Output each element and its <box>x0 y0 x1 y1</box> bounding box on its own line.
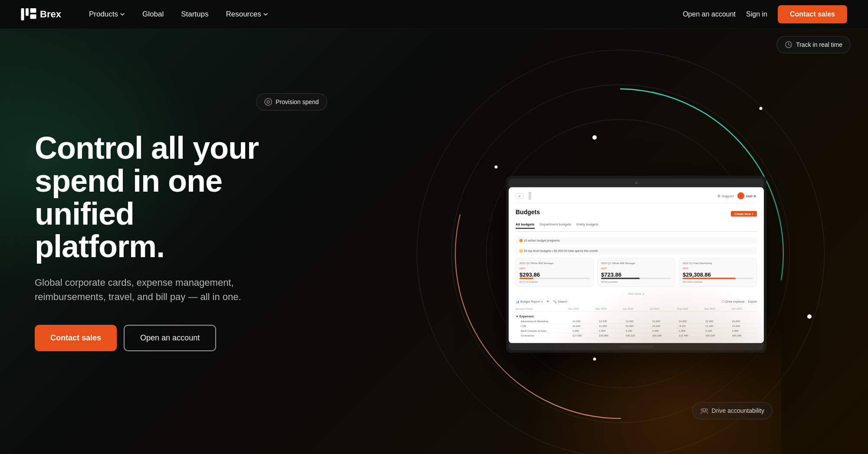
dot-5 <box>593 358 596 361</box>
logo[interactable]: Brex <box>21 8 61 20</box>
nav-global[interactable]: Global <box>135 7 171 22</box>
laptop-screen: ≡ ⚙ Su <box>509 187 764 343</box>
dashboard-avatar <box>737 193 744 199</box>
table-row-bank: Bank Charges & Fees 1,200 3,400 4,100 2,… <box>521 328 757 333</box>
nav-open-account[interactable]: Open an account <box>683 10 736 18</box>
laptop-stand <box>619 345 654 348</box>
logo-text: Brex <box>40 9 61 20</box>
table-row-adv: Advertising & Marketing 14,233 12,445 13… <box>521 319 757 323</box>
circles-container: ≡ ⚙ Su <box>425 59 816 449</box>
budget-table: Account Name Apr 2022 May 2022 Jun 2022 … <box>516 306 757 338</box>
dashboard-title: Budgets <box>516 209 540 216</box>
svg-rect-2 <box>30 8 36 13</box>
nav-startups[interactable]: Startups <box>174 7 215 22</box>
budget-card-3: 2022 Q1 Paid Advertising DEPT $29,308.86… <box>679 258 757 287</box>
tab-all-budgets[interactable]: All budgets <box>516 222 535 229</box>
drive-expense-toggle[interactable]: ☐ Drive expense <box>722 300 745 303</box>
table-row-lob: LOB 22,000 21,000 23,400 24,100 -6.1% 11… <box>521 323 757 328</box>
table-eye-icon[interactable]: 👁 <box>546 300 549 303</box>
dashboard: ≡ ⚙ Su <box>509 187 764 343</box>
table-header-row: Account Name Apr 2022 May 2022 Jun 2022 … <box>516 306 757 311</box>
hero-subtext: Global corporate cards, expense manageme… <box>35 275 243 304</box>
nav-signin[interactable]: Sign in <box>746 10 767 18</box>
budget-report-dropdown[interactable]: 📊 Budget Report ∨ <box>516 300 543 303</box>
export-button[interactable]: Export <box>748 300 757 303</box>
svg-rect-1 <box>26 8 29 16</box>
hero-headline: Control all your spend in one unified pl… <box>35 132 269 263</box>
nav-links: Products Global Startups Resources <box>82 7 683 22</box>
svg-point-9 <box>701 409 703 411</box>
budget-card-3-amount: $29,308.86 <box>683 271 753 278</box>
badge-provision-spend: Provision spend <box>256 93 327 111</box>
nav-products[interactable]: Products <box>82 7 132 22</box>
badge-track-real-time: Track in real time <box>776 36 851 53</box>
budget-card-2: 2022 Q1 Offsite MM Manager DEPT $723.86 … <box>597 258 675 287</box>
svg-rect-3 <box>30 14 36 19</box>
budget-card-1-amount: $293.86 <box>519 271 590 278</box>
budget-card-1: 2022 Q1 Offsite MM Manager DEPT $293.86 … <box>516 258 594 287</box>
dashboard-tabs: All budgets Department budgets Entity bu… <box>516 222 757 232</box>
svg-point-8 <box>705 409 707 411</box>
table-section-expenses: ▼ Expenses <box>516 313 757 319</box>
hero-section: Control all your spend in one unified pl… <box>0 0 868 454</box>
svg-rect-0 <box>21 8 24 20</box>
nav-contact-sales-button[interactable]: Contact sales <box>778 5 847 23</box>
table-header: 📊 Budget Report ∨ 👁 🔍 Search ☐ Drive exp… <box>516 300 757 303</box>
hero-buttons: Contact sales Open an account <box>35 325 269 351</box>
budget-cards: 2022 Q1 Offsite MM Manager DEPT $293.86 … <box>516 258 757 287</box>
budget-card-3-title: 2022 Q1 Paid Advertising <box>683 262 753 265</box>
budget-card-2-amount: $723.86 <box>601 271 671 278</box>
hero-open-account-button[interactable]: Open an account <box>124 325 216 351</box>
tab-dept-budgets[interactable]: Department budgets <box>540 222 572 229</box>
create-now-button[interactable]: Create New + <box>731 211 757 216</box>
badge-drive-accountability: Drive accountability <box>692 402 773 419</box>
hero-visual: ≡ ⚙ Su <box>339 22 868 447</box>
info-bar-2: 🟡 83 top level budgets • $2,000.00 total… <box>516 248 757 255</box>
tab-entity-budgets[interactable]: Entity budgets <box>576 222 598 229</box>
svg-point-4 <box>265 98 272 105</box>
dot-2 <box>495 166 498 169</box>
laptop-camera <box>635 182 638 184</box>
budget-card-2-title: 2022 Q1 Offsite MM Manager <box>601 262 671 265</box>
budget-card-1-title: 2022 Q1 Offsite MM Manager <box>519 262 590 265</box>
svg-point-5 <box>267 101 270 103</box>
hero-content: Control all your spend in one unified pl… <box>0 132 269 351</box>
dashboard-nav-right: ⚙ Support Matt B. <box>717 193 757 199</box>
nav-right: Open an account Sign in Contact sales <box>683 5 847 23</box>
hero-contact-sales-button[interactable]: Contact sales <box>35 325 117 351</box>
navbar: Brex Products Global Startups Resources … <box>0 0 868 29</box>
see-more[interactable]: See more ∨ <box>516 292 757 295</box>
info-bar-1: 🟠 10 active budget programs <box>516 237 757 244</box>
dot-4 <box>807 314 812 319</box>
laptop-mockup: ≡ ⚙ Su <box>506 176 766 353</box>
dot-3 <box>760 107 763 110</box>
dashboard-nav: ≡ ⚙ Su <box>516 193 757 203</box>
dot-1 <box>592 135 597 140</box>
table-search[interactable]: 🔍 Search <box>553 300 567 303</box>
table-row-contractors: Contractors 117,000 130,000 145,223 100,… <box>521 333 757 338</box>
nav-resources[interactable]: Resources <box>219 7 275 22</box>
